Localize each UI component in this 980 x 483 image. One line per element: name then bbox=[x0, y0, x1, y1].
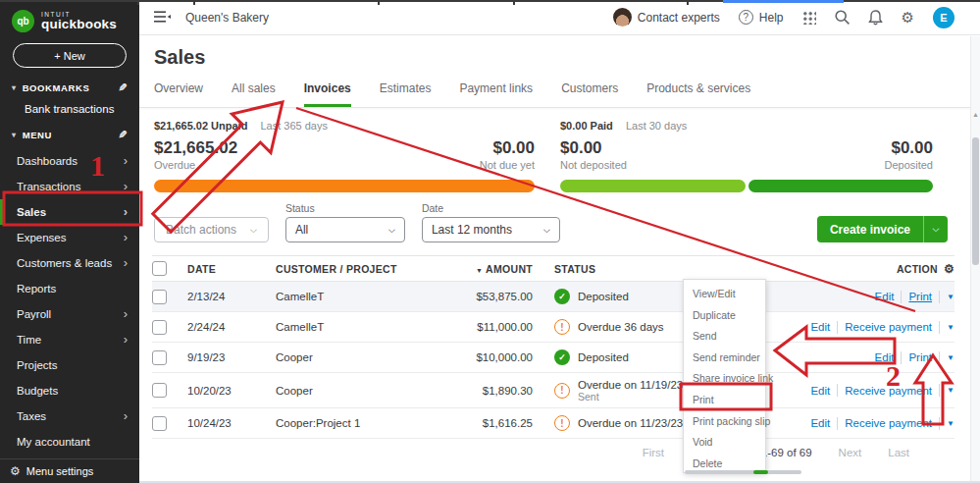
company-name[interactable]: Queen's Bakery bbox=[185, 11, 269, 25]
sidebar-item-budgets[interactable]: Budgets bbox=[0, 378, 139, 403]
row-action-dropdown-icon[interactable]: ▼ bbox=[947, 419, 954, 428]
row-action-dropdown-icon[interactable]: ▼ bbox=[947, 353, 954, 362]
hamburger-icon[interactable] bbox=[154, 11, 171, 24]
date-filter-select[interactable]: Last 12 months ⌵ bbox=[422, 217, 560, 242]
row-checkbox[interactable] bbox=[152, 383, 167, 398]
menu-header[interactable]: ▾ MENU ✎ bbox=[0, 129, 139, 141]
row-checkbox[interactable] bbox=[152, 320, 167, 335]
sidebar-item-payroll[interactable]: Payroll› bbox=[0, 301, 139, 327]
tab-all-sales[interactable]: All sales bbox=[232, 81, 276, 107]
table-row[interactable]: 10/24/23 Cooper:Project 1 $1,616.25 !Ove… bbox=[152, 408, 954, 439]
cell-date: 9/19/23 bbox=[187, 351, 276, 363]
edit-link[interactable]: Edit bbox=[875, 351, 895, 363]
overdue-alert-icon: ! bbox=[554, 415, 570, 431]
menu-item-print-packing-slip[interactable]: Print packing slip bbox=[684, 411, 765, 433]
create-invoice-button[interactable]: Create invoice bbox=[817, 216, 923, 242]
menu-item-print[interactable]: Print bbox=[684, 390, 765, 411]
pagination-first[interactable]: First bbox=[643, 447, 664, 458]
deposited-label: Deposited bbox=[884, 159, 933, 171]
menu-settings[interactable]: ⚙ Menu settings bbox=[0, 458, 139, 483]
cell-amount: $10,000.00 bbox=[421, 351, 533, 363]
column-amount[interactable]: ▼AMOUNT bbox=[421, 263, 533, 275]
vertical-scrollbar[interactable]: ▲ bbox=[970, 36, 980, 483]
tab-products-services[interactable]: Products & services bbox=[646, 81, 750, 107]
edit-link[interactable]: Edit bbox=[810, 417, 830, 429]
tab-customers[interactable]: Customers bbox=[561, 81, 618, 107]
contact-experts-button[interactable]: Contact experts bbox=[613, 8, 720, 27]
edit-link[interactable]: Edit bbox=[810, 321, 830, 333]
edit-link[interactable]: Edit bbox=[810, 385, 830, 397]
horizontal-scrollbar[interactable] bbox=[685, 470, 801, 474]
column-date[interactable]: DATE bbox=[187, 263, 276, 275]
column-customer[interactable]: CUSTOMER / PROJECT bbox=[276, 263, 421, 275]
browser-tick bbox=[137, 0, 139, 5]
receive-payment-link[interactable]: Receive payment bbox=[845, 385, 932, 397]
create-invoice-dropdown[interactable]: ⌵ bbox=[923, 216, 948, 242]
status-filter-select[interactable]: All ⌵ bbox=[285, 217, 405, 242]
menu-item-send[interactable]: Send bbox=[684, 326, 765, 348]
select-all-checkbox[interactable] bbox=[152, 261, 167, 276]
row-action-dropdown-icon[interactable]: ▼ bbox=[947, 293, 954, 301]
table-settings-gear-icon[interactable]: ⚙ bbox=[944, 262, 954, 276]
overdue-bar[interactable] bbox=[154, 180, 535, 192]
sidebar-item-customers-leads[interactable]: Customers & leads› bbox=[0, 250, 139, 276]
row-action-dropdown-icon[interactable]: ▼ bbox=[947, 386, 954, 395]
sidebar-item-bank-transactions[interactable]: Bank transactions bbox=[0, 94, 139, 115]
scrollbar-thumb[interactable] bbox=[972, 137, 979, 265]
batch-actions-button[interactable]: Batch actions ⌵ bbox=[154, 217, 269, 242]
pencil-icon[interactable]: ✎ bbox=[118, 81, 128, 94]
table-row[interactable]: 10/20/23 Cooper $1,890.30 ! Overdue on 1… bbox=[152, 373, 954, 408]
row-checkbox[interactable] bbox=[152, 416, 167, 431]
scroll-up-icon[interactable]: ▲ bbox=[972, 111, 979, 118]
gear-icon[interactable]: ⚙ bbox=[902, 9, 914, 27]
new-button[interactable]: + New bbox=[13, 43, 127, 68]
chevron-down-icon: ⌵ bbox=[543, 225, 550, 236]
sidebar-item-time[interactable]: Time› bbox=[0, 327, 139, 352]
tab-overview[interactable]: Overview bbox=[154, 81, 203, 107]
table-row[interactable]: 2/24/24 CamelleT $11,000.00 !Overdue 36 … bbox=[152, 312, 954, 343]
column-status[interactable]: STATUS bbox=[533, 263, 768, 275]
menu-item-void[interactable]: Void bbox=[684, 432, 765, 454]
bookmarks-header-label: BOOKMARKS bbox=[23, 82, 90, 93]
row-checkbox[interactable] bbox=[152, 290, 167, 304]
help-button[interactable]: ? Help bbox=[739, 10, 784, 25]
cell-date: 10/20/23 bbox=[187, 385, 276, 397]
chevron-down-icon: ⌵ bbox=[933, 224, 940, 235]
sidebar-item-transactions[interactable]: Transactions› bbox=[0, 174, 139, 199]
table-row[interactable]: 9/19/23 Cooper $10,000.00 ✓Deposited Edi… bbox=[152, 343, 954, 373]
table-row[interactable]: 2/13/24 CamelleT $53,875.00 ✓Deposited E… bbox=[152, 282, 954, 312]
tab-estimates[interactable]: Estimates bbox=[380, 81, 432, 107]
not-deposited-bar[interactable] bbox=[560, 180, 746, 192]
receive-payment-link[interactable]: Receive payment bbox=[845, 321, 932, 333]
bookmarks-header[interactable]: ▾ BOOKMARKS ✎ bbox=[0, 81, 139, 94]
tab-invoices[interactable]: Invoices bbox=[304, 81, 351, 107]
divider bbox=[939, 417, 940, 430]
menu-item-duplicate[interactable]: Duplicate bbox=[684, 305, 765, 327]
bell-icon[interactable] bbox=[868, 10, 883, 26]
sidebar-item-taxes[interactable]: Taxes› bbox=[0, 403, 139, 429]
sidebar-item-expenses[interactable]: Expenses› bbox=[0, 225, 139, 250]
tab-payment-links[interactable]: Payment links bbox=[459, 81, 533, 107]
grid-icon[interactable] bbox=[802, 11, 816, 25]
menu-item-view-edit[interactable]: View/Edit bbox=[684, 284, 765, 305]
menu-item-share-invoice-link[interactable]: Share invoice link bbox=[684, 368, 765, 390]
edit-link[interactable]: Edit bbox=[875, 291, 895, 302]
sidebar-item-reports[interactable]: Reports bbox=[0, 276, 139, 301]
user-avatar[interactable]: E bbox=[933, 7, 954, 28]
menu-item-send-reminder[interactable]: Send reminder bbox=[684, 348, 765, 369]
sidebar-item-my-accountant[interactable]: My accountant bbox=[0, 429, 139, 455]
deposited-bar[interactable] bbox=[748, 180, 934, 192]
print-link[interactable]: Print bbox=[908, 291, 932, 302]
topbar: Queen's Bakery Contact experts ? Help ⚙ … bbox=[139, 0, 980, 35]
sidebar-item-sales[interactable]: Sales› bbox=[0, 199, 139, 225]
sidebar-item-projects[interactable]: Projects bbox=[0, 352, 139, 378]
receive-payment-link[interactable]: Receive payment bbox=[845, 417, 932, 429]
pagination-next[interactable]: Next bbox=[839, 447, 862, 458]
pagination-last[interactable]: Last bbox=[888, 447, 909, 458]
search-icon[interactable] bbox=[835, 10, 850, 25]
row-checkbox[interactable] bbox=[152, 350, 167, 365]
sidebar-item-dashboards[interactable]: Dashboards› bbox=[0, 148, 139, 174]
pencil-icon[interactable]: ✎ bbox=[118, 129, 128, 141]
print-link[interactable]: Print bbox=[908, 351, 932, 363]
row-action-dropdown-icon[interactable]: ▼ bbox=[947, 323, 954, 332]
